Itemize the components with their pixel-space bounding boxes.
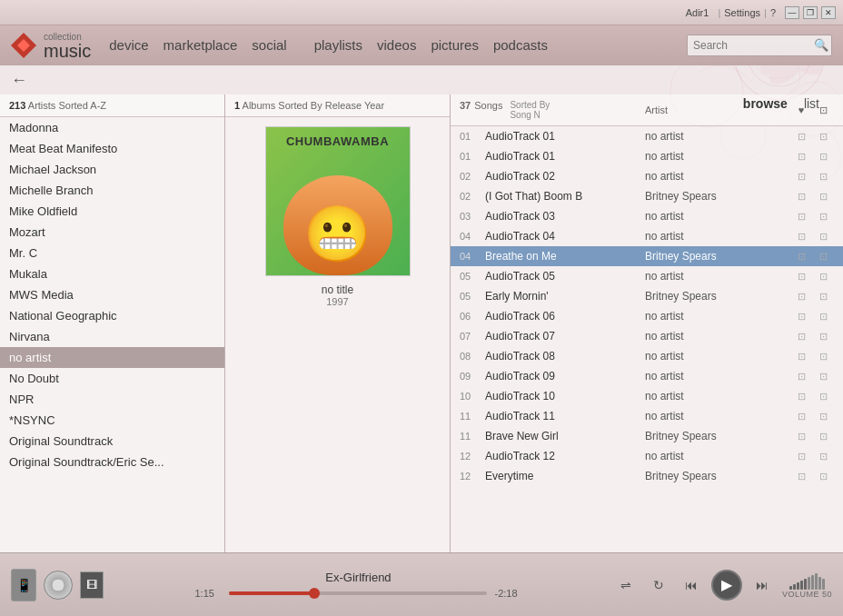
artist-item[interactable]: Michael Jackson [0, 159, 224, 180]
song-device[interactable]: ⊡ [812, 311, 834, 323]
nav-pictures[interactable]: pictures [431, 37, 479, 53]
song-fav[interactable]: ⊡ [790, 291, 812, 303]
song-fav[interactable]: ⊡ [790, 191, 812, 203]
song-fav[interactable]: ⊡ [790, 451, 812, 462]
song-row[interactable]: 02 (I Got That) Boom B Britney Spears ⊡ … [451, 186, 843, 206]
song-device[interactable]: ⊡ [812, 351, 834, 363]
artist-item[interactable]: Meat Beat Manifesto [0, 138, 224, 159]
song-device[interactable]: ⊡ [812, 291, 834, 303]
song-row[interactable]: 04 Breathe on Me Britney Spears ⊡ ⊡ [451, 246, 843, 266]
song-fav[interactable]: ⊡ [790, 471, 812, 482]
song-fav[interactable]: ⊡ [790, 151, 812, 163]
artist-item[interactable]: Mike Oldfield [0, 201, 224, 222]
song-row[interactable]: 07 AudioTrack 07 no artist ⊡ ⊡ [451, 326, 843, 346]
artist-item[interactable]: NPR [0, 389, 224, 410]
song-row[interactable]: 12 AudioTrack 12 no artist ⊡ ⊡ [451, 446, 843, 466]
nav-videos[interactable]: videos [377, 37, 416, 53]
player-device-phone[interactable]: 📱 [11, 569, 36, 601]
song-device[interactable]: ⊡ [812, 471, 834, 482]
song-fav[interactable]: ⊡ [790, 251, 812, 263]
artist-item[interactable]: Madonna [0, 117, 224, 138]
song-fav[interactable]: ⊡ [790, 391, 812, 402]
artist-item[interactable]: Mr. C [0, 243, 224, 263]
song-device[interactable]: ⊡ [812, 151, 834, 163]
artist-item[interactable]: Original Soundtrack/Eric Se... [0, 452, 224, 472]
artist-item[interactable]: *NSYNC [0, 410, 224, 431]
artist-item[interactable]: Nirvana [0, 326, 224, 347]
song-device[interactable]: ⊡ [812, 431, 834, 442]
play-button[interactable]: ▶ [711, 570, 742, 601]
song-fav[interactable]: ⊡ [790, 371, 812, 383]
artist-item[interactable]: Original Soundtrack [0, 431, 224, 452]
song-device[interactable]: ⊡ [812, 331, 834, 343]
song-fav[interactable]: ⊡ [790, 351, 812, 363]
song-device[interactable]: ⊡ [812, 211, 834, 223]
minimize-button[interactable]: — [785, 6, 799, 19]
song-fav[interactable]: ⊡ [790, 411, 812, 422]
artist-item[interactable]: Michelle Branch [0, 180, 224, 201]
song-row[interactable]: 05 Early Mornin' Britney Spears ⊡ ⊡ [451, 286, 843, 306]
next-button[interactable]: ⏭ [749, 572, 775, 598]
help-link[interactable]: ? [770, 7, 776, 18]
song-row[interactable]: 04 AudioTrack 04 no artist ⊡ ⊡ [451, 226, 843, 246]
song-device[interactable]: ⊡ [812, 231, 834, 243]
restore-button[interactable]: ❐ [803, 6, 818, 19]
player-device-cd[interactable] [44, 571, 73, 600]
song-fav[interactable]: ⊡ [790, 171, 812, 183]
song-device[interactable]: ⊡ [812, 371, 834, 383]
song-row[interactable]: 10 AudioTrack 10 no artist ⊡ ⊡ [451, 386, 843, 406]
album-art[interactable]: CHUMBAWAMBA 😬 [265, 126, 411, 276]
repeat-button[interactable]: ↻ [646, 572, 671, 598]
song-device[interactable]: ⊡ [812, 171, 834, 183]
artist-item[interactable]: Mukala [0, 263, 224, 284]
song-row[interactable]: 08 AudioTrack 08 no artist ⊡ ⊡ [451, 346, 843, 366]
song-fav[interactable]: ⊡ [790, 211, 812, 223]
song-row[interactable]: 01 AudioTrack 01 no artist ⊡ ⊡ [451, 126, 843, 146]
song-device[interactable]: ⊡ [812, 411, 834, 422]
song-fav[interactable]: ⊡ [790, 231, 812, 243]
artist-item[interactable]: National Geographic [0, 305, 224, 326]
player-progress-bar[interactable] [229, 591, 487, 595]
search-input[interactable] [687, 35, 832, 56]
settings-link[interactable]: Settings [724, 7, 760, 18]
song-row[interactable]: 11 AudioTrack 11 no artist ⊡ ⊡ [451, 406, 843, 426]
song-row[interactable]: 09 AudioTrack 09 no artist ⊡ ⊡ [451, 366, 843, 386]
song-device[interactable]: ⊡ [812, 391, 834, 402]
shuffle-button[interactable]: ⇌ [613, 572, 639, 598]
artist-item[interactable]: MWS Media [0, 284, 224, 305]
song-device[interactable]: ⊡ [812, 191, 834, 203]
back-button[interactable]: ← [11, 71, 27, 90]
song-row[interactable]: 12 Everytime Britney Spears ⊡ ⊡ [451, 466, 843, 486]
close-button[interactable]: ✕ [821, 6, 836, 19]
collection-bottom-label[interactable]: music [44, 42, 91, 60]
song-device[interactable]: ⊡ [812, 131, 834, 143]
song-fav[interactable]: ⊡ [790, 271, 812, 283]
player-device-film[interactable]: 🎞 [80, 571, 104, 599]
browse-view-button[interactable]: browse [738, 94, 793, 113]
volume-bars[interactable] [789, 571, 825, 590]
song-row[interactable]: 03 AudioTrack 03 no artist ⊡ ⊡ [451, 206, 843, 226]
nav-device[interactable]: device [109, 37, 148, 53]
song-row[interactable]: 02 AudioTrack 02 no artist ⊡ ⊡ [451, 166, 843, 186]
nav-podcasts[interactable]: podcasts [493, 37, 548, 53]
search-icon[interactable]: 🔍 [814, 38, 828, 52]
song-row[interactable]: 06 AudioTrack 06 no artist ⊡ ⊡ [451, 306, 843, 326]
artist-item[interactable]: No Doubt [0, 368, 224, 389]
song-device[interactable]: ⊡ [812, 271, 834, 283]
nav-marketplace[interactable]: marketplace [164, 37, 238, 53]
player-progress-thumb[interactable] [309, 588, 320, 599]
song-fav[interactable]: ⊡ [790, 311, 812, 323]
song-fav[interactable]: ⊡ [790, 331, 812, 343]
song-row[interactable]: 05 AudioTrack 05 no artist ⊡ ⊡ [451, 266, 843, 286]
song-row[interactable]: 01 AudioTrack 01 no artist ⊡ ⊡ [451, 146, 843, 166]
song-row[interactable]: 11 Brave New Girl Britney Spears ⊡ ⊡ [451, 426, 843, 446]
song-device[interactable]: ⊡ [812, 251, 834, 263]
nav-playlists[interactable]: playlists [314, 37, 362, 53]
prev-button[interactable]: ⏮ [679, 572, 704, 598]
song-fav[interactable]: ⊡ [790, 431, 812, 442]
song-device[interactable]: ⊡ [812, 451, 834, 462]
nav-social[interactable]: social [252, 37, 286, 53]
song-fav[interactable]: ⊡ [790, 131, 812, 143]
list-view-button[interactable]: list [798, 94, 825, 113]
artist-item[interactable]: Mozart [0, 222, 224, 243]
